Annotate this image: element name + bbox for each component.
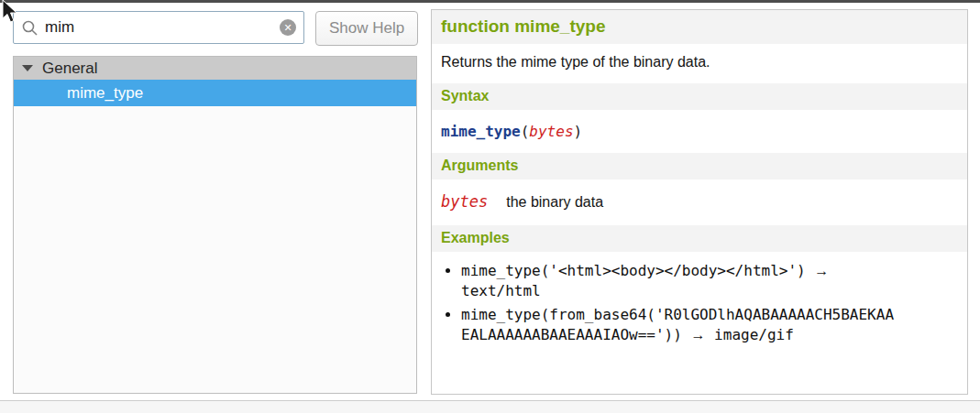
clear-search-icon[interactable]: ✕	[280, 19, 296, 36]
example-result: text/html	[461, 282, 541, 299]
tree-item-label: mime_type	[67, 84, 143, 103]
show-help-button[interactable]: Show Help	[315, 11, 418, 46]
argument-name: bytes	[441, 192, 488, 211]
syntax-close-paren: )	[574, 123, 583, 140]
search-input[interactable]	[45, 18, 280, 37]
search-box: ✕	[13, 11, 304, 44]
arguments-heading: Arguments	[432, 153, 967, 179]
function-tree: General mime_type	[13, 56, 417, 394]
help-panel: function mime_type Returns the mime type…	[431, 9, 968, 395]
expander-icon[interactable]	[22, 65, 33, 71]
example-item: mime_type(from_base64('R0lGODlhAQABAAAAA…	[461, 305, 896, 344]
bottom-bar	[0, 400, 980, 413]
tree-item-mime-type[interactable]: mime_type	[14, 80, 416, 106]
tree-group-label: General	[42, 60, 97, 78]
syntax-argument: bytes	[529, 123, 573, 140]
arrow-icon: →	[814, 263, 829, 278]
syntax-heading: Syntax	[432, 83, 967, 110]
function-description: Returns the mime type of the binary data…	[432, 44, 967, 76]
tree-group-general[interactable]: General	[14, 57, 416, 80]
argument-row: bytes the binary data	[432, 179, 967, 218]
examples-heading: Examples	[432, 225, 967, 252]
examples-list: mime_type('<html><body></body></html>') …	[432, 261, 896, 344]
function-title: function mime_type	[432, 10, 967, 44]
example-code: mime_type('<html><body></body></html>')	[461, 262, 806, 279]
syntax-open-paren: (	[521, 123, 530, 140]
syntax-code: mime_type(bytes)	[432, 110, 967, 146]
example-code: mime_type(from_base64('R0lGODlhAQABAAAAA…	[461, 306, 894, 343]
arrow-icon: →	[690, 327, 705, 342]
argument-description: the binary data	[506, 194, 603, 211]
example-item: mime_type('<html><body></body></html>') …	[461, 261, 896, 300]
search-icon	[21, 19, 39, 37]
mouse-cursor-icon	[1, 0, 19, 27]
window-top-edge	[0, 0, 980, 3]
example-result: image/gif	[714, 326, 794, 343]
syntax-function-name: mime_type	[441, 123, 521, 140]
